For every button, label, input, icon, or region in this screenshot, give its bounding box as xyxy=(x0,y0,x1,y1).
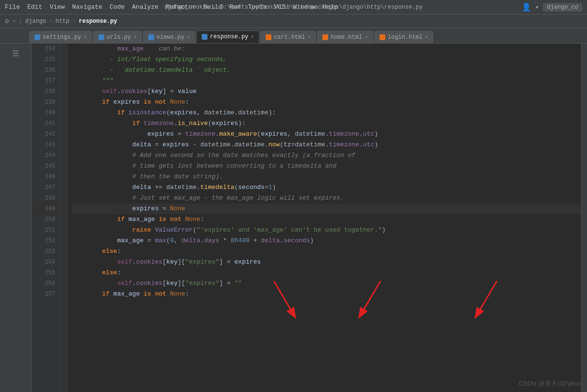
main-area: ☰ 234 235 236 237 238 239 240 241 242 24… xyxy=(0,44,587,392)
tab-cart-close[interactable]: × xyxy=(308,34,311,40)
tab-views-label: views.py xyxy=(157,34,185,41)
line-num-240: 240 xyxy=(32,108,60,118)
fold-gutter xyxy=(61,44,68,392)
line-num-237: 237 xyxy=(32,76,60,86)
tab-login-label: login.html xyxy=(388,34,423,41)
tab-login[interactable]: login.html × xyxy=(374,31,434,43)
py-icon xyxy=(148,34,154,40)
line-num-244: 244 xyxy=(32,150,60,161)
py-icon xyxy=(98,34,104,40)
user-icon[interactable]: 👤 xyxy=(522,2,531,12)
breadcrumb-django[interactable]: django xyxy=(25,18,46,25)
code-line-234: max_age can be: xyxy=(72,44,581,54)
tab-urls[interactable]: urls.py × xyxy=(93,31,142,43)
code-line-238: self.cookies[key] = value xyxy=(72,86,581,97)
left-sidebar: ☰ xyxy=(0,44,32,392)
line-num-251: 251 xyxy=(32,225,60,235)
tab-response-close[interactable]: × xyxy=(251,34,254,40)
breadcrumb-http[interactable]: http xyxy=(55,18,69,25)
tab-views[interactable]: views.py × xyxy=(143,31,195,43)
line-num-242: 242 xyxy=(32,129,60,140)
tab-settings[interactable]: settings.py × xyxy=(29,31,92,43)
breadcrumb-bar: ⚙ − | django › http › response.py xyxy=(0,15,587,28)
tabs-bar: settings.py × urls.py × views.py × respo… xyxy=(0,28,587,44)
code-line-249: expires = None xyxy=(72,204,581,214)
line-num-245: 245 xyxy=(32,161,60,172)
menu-edit[interactable]: Edit xyxy=(27,3,42,11)
py-icon xyxy=(202,34,207,40)
line-numbers: 234 235 236 237 238 239 240 241 242 243 … xyxy=(32,44,61,392)
tab-home[interactable]: home.html × xyxy=(317,31,373,43)
tab-home-label: home.html xyxy=(331,34,362,41)
line-num-241: 241 xyxy=(32,118,60,129)
window-title: django_cookie - D:\softs\python3\Lib\sit… xyxy=(164,4,423,11)
line-num-253: 253 xyxy=(32,246,60,257)
line-num-249: 249 xyxy=(32,204,60,214)
line-num-254: 254 xyxy=(32,257,60,267)
menu-code[interactable]: Code xyxy=(110,3,125,11)
gear-icon[interactable]: ⚙ xyxy=(5,17,9,25)
code-line-256: self.cookies[key]["expires"] = "" xyxy=(72,278,581,289)
code-container: 234 235 236 237 238 239 240 241 242 243 … xyxy=(32,44,587,392)
tab-settings-close[interactable]: × xyxy=(83,34,87,40)
tab-settings-label: settings.py xyxy=(43,34,81,41)
title-bar-right: 👤 ▾ django_co xyxy=(522,2,582,12)
code-line-257: if max_age is not None: xyxy=(72,289,581,299)
tab-response-label: response.py xyxy=(210,33,248,40)
line-num-239: 239 xyxy=(32,97,60,108)
dropdown-icon[interactable]: ▾ xyxy=(535,3,539,11)
tab-views-close[interactable]: × xyxy=(187,34,190,40)
line-num-235: 235 xyxy=(32,54,60,65)
code-lines[interactable]: max_age can be: - int/float specifying s… xyxy=(68,44,581,392)
menu-navigate[interactable]: Navigate xyxy=(72,3,102,11)
tab-urls-close[interactable]: × xyxy=(133,34,137,40)
minus-icon[interactable]: − xyxy=(12,17,16,25)
code-line-242: expires = timezone.make_aware(expires, d… xyxy=(72,129,581,140)
tab-cart[interactable]: cart.html × xyxy=(260,31,316,43)
line-num-255: 255 xyxy=(32,267,60,278)
line-num-256: 256 xyxy=(32,278,60,289)
code-line-244: # Add one second so the date matches exa… xyxy=(72,150,581,161)
project-name: django_co xyxy=(543,3,582,12)
code-line-250: if max_age is not None: xyxy=(72,214,581,225)
code-line-248: # Just set max_age - the max_age logic w… xyxy=(72,193,581,204)
tab-home-close[interactable]: × xyxy=(365,34,368,40)
code-line-237: """ xyxy=(72,76,581,86)
title-bar: File Edit View Navigate Code Analyze Ref… xyxy=(0,0,587,15)
code-line-247: delta += datetime.timedelta(seconds=1) xyxy=(72,182,581,193)
line-num-246: 246 xyxy=(32,172,60,182)
code-line-246: # then the date string). xyxy=(72,172,581,182)
breadcrumb-file[interactable]: response.py xyxy=(79,18,117,25)
line-num-236: 236 xyxy=(32,65,60,76)
menu-view[interactable]: View xyxy=(49,3,64,11)
code-line-241: if timezone.is_naive(expires): xyxy=(72,118,581,129)
code-line-253: else: xyxy=(72,246,581,257)
tab-urls-label: urls.py xyxy=(107,34,131,41)
tab-cart-label: cart.html xyxy=(274,34,305,41)
code-line-240: if isinstance(expires, datetime.datetime… xyxy=(72,108,581,118)
py-icon xyxy=(34,34,40,40)
tab-response[interactable]: response.py × xyxy=(196,31,259,43)
html-icon xyxy=(322,34,328,40)
line-num-243: 243 xyxy=(32,140,60,150)
code-line-255: else: xyxy=(72,267,581,278)
code-line-254: self.cookies[key]["expires"] = expires xyxy=(72,257,581,267)
line-num-238: 238 xyxy=(32,86,60,97)
line-num-234: 234 xyxy=(32,44,60,54)
line-num-248: 248 xyxy=(32,193,60,204)
code-line-243: delta = expires - datetime.datetime.now(… xyxy=(72,140,581,150)
line-num-252: 252 xyxy=(32,235,60,246)
menu-analyze[interactable]: Analyze xyxy=(132,3,159,11)
menu-file[interactable]: File xyxy=(5,3,20,11)
line-num-257: 257 xyxy=(32,289,60,299)
right-scrollbar[interactable] xyxy=(581,44,587,392)
line-num-247: 247 xyxy=(32,182,60,193)
code-line-252: max_age = max(0, delta.days * 86400 + de… xyxy=(72,235,581,246)
tab-login-close[interactable]: × xyxy=(425,34,428,40)
line-num-250: 250 xyxy=(32,214,60,225)
code-line-236: - ``datetime.timedelta`` object. xyxy=(72,65,581,76)
html-icon xyxy=(380,34,385,40)
sidebar-structure-icon[interactable]: ☰ xyxy=(8,46,23,62)
code-line-239: if expires is not None: xyxy=(72,97,581,108)
html-icon xyxy=(266,34,271,40)
